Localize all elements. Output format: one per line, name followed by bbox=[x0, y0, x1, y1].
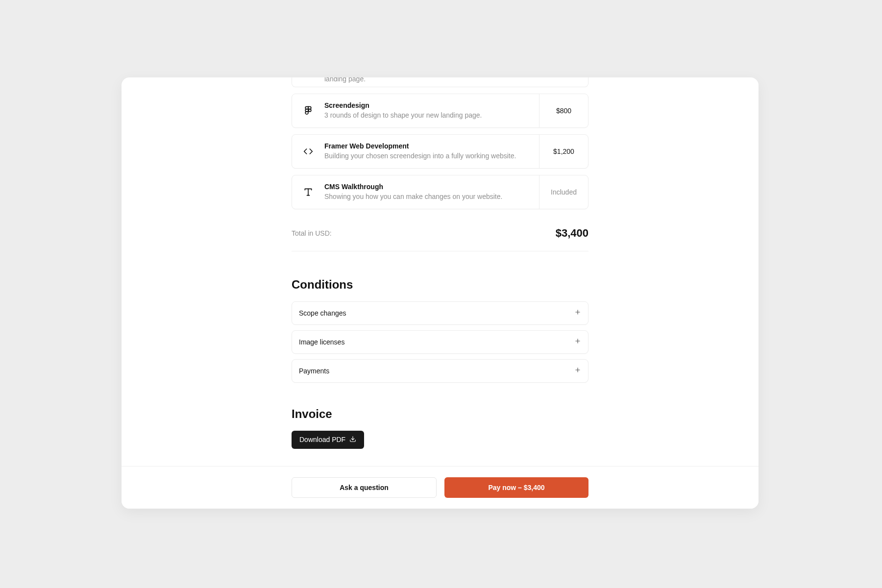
total-label: Total in USD: bbox=[292, 229, 332, 237]
type-icon bbox=[292, 175, 324, 209]
plus-icon bbox=[574, 367, 581, 375]
invoice-heading: Invoice bbox=[292, 407, 588, 421]
line-item-price: $1,200 bbox=[539, 135, 588, 168]
conditions-heading: Conditions bbox=[292, 278, 588, 292]
accordion-scope-changes[interactable]: Scope changes bbox=[292, 301, 588, 325]
line-item-cms: CMS Walkthrough Showing you how you can … bbox=[292, 175, 588, 209]
line-item-title: CMS Walkthrough bbox=[324, 183, 539, 191]
plus-icon bbox=[574, 338, 581, 346]
download-pdf-button[interactable]: Download PDF bbox=[292, 431, 364, 449]
plus-icon bbox=[574, 309, 581, 318]
line-item-desc-tail: landing page. bbox=[324, 77, 366, 83]
main-content: landing page. bbox=[292, 77, 588, 449]
line-item-price: Included bbox=[539, 175, 588, 209]
line-item-title: Framer Web Development bbox=[324, 142, 539, 150]
line-item-partial: landing page. bbox=[292, 77, 588, 87]
download-icon bbox=[349, 436, 356, 444]
ask-question-button[interactable]: Ask a question bbox=[292, 477, 437, 498]
accordion-image-licenses[interactable]: Image licenses bbox=[292, 330, 588, 354]
line-item-desc: 3 rounds of design to shape your new lan… bbox=[324, 111, 539, 120]
line-item-framer: Framer Web Development Building your cho… bbox=[292, 134, 588, 169]
accordion-label: Image licenses bbox=[299, 338, 344, 346]
proposal-panel: landing page. bbox=[122, 77, 759, 509]
total-row: Total in USD: $3,400 bbox=[292, 216, 588, 251]
accordion-label: Payments bbox=[299, 367, 329, 375]
accordion-label: Scope changes bbox=[299, 309, 346, 317]
line-item-screendesign: Screendesign 3 rounds of design to shape… bbox=[292, 94, 588, 128]
footer-bar: Ask a question Pay now – $3,400 bbox=[122, 466, 759, 509]
line-item-price: $800 bbox=[539, 94, 588, 127]
total-amount: $3,400 bbox=[556, 227, 588, 240]
line-item-desc: Building your chosen screendesign into a… bbox=[324, 151, 539, 161]
line-item-desc: Showing you how you can make changes on … bbox=[324, 192, 539, 201]
pay-now-button[interactable]: Pay now – $3,400 bbox=[444, 477, 588, 498]
figma-icon bbox=[292, 94, 324, 127]
code-icon bbox=[292, 135, 324, 168]
download-pdf-label: Download PDF bbox=[299, 436, 345, 443]
line-item-title: Screendesign bbox=[324, 101, 539, 109]
accordion-payments[interactable]: Payments bbox=[292, 359, 588, 383]
